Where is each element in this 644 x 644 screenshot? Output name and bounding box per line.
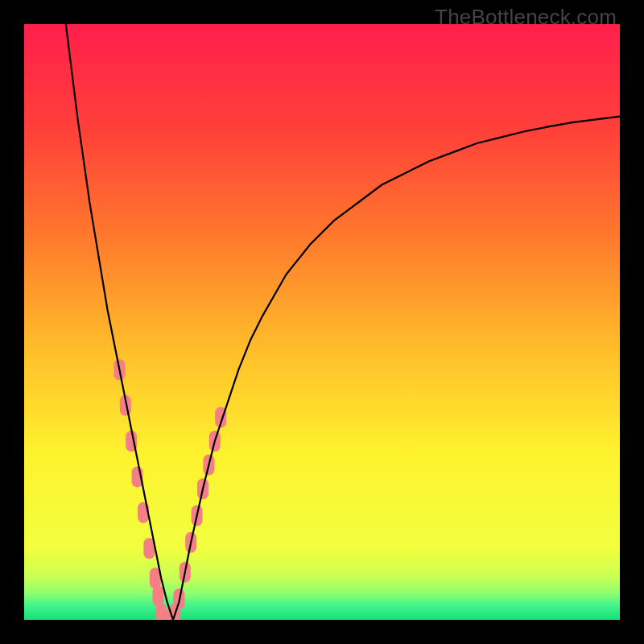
plot-area [24,24,620,620]
marker-point [153,585,164,606]
chart-frame: TheBottleneck.com [0,0,644,644]
watermark-text: TheBottleneck.com [435,5,617,30]
bottleneck-curve [66,24,620,620]
marker-group [114,359,226,620]
curve-layer [24,24,620,620]
